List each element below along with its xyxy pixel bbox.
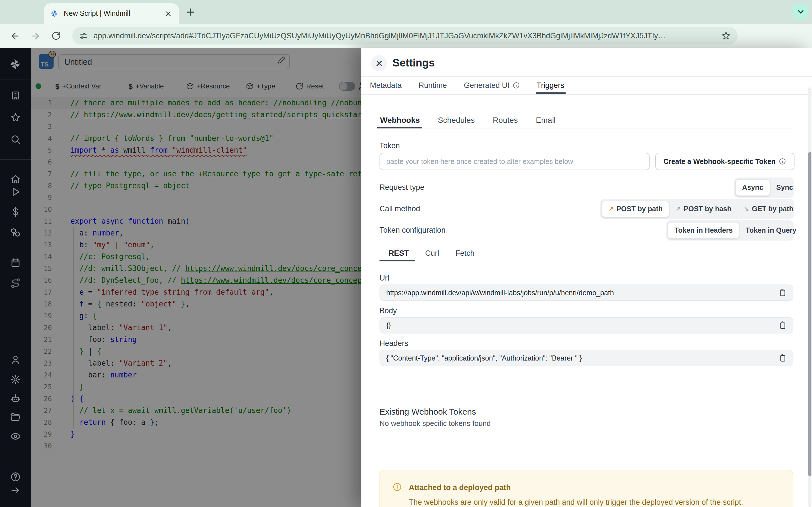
search-icon[interactable]	[10, 134, 21, 145]
code-line[interactable]: 28 return { foo: a };	[31, 416, 361, 428]
code-line[interactable]: 21 foo: string	[31, 334, 361, 345]
copy-clipboard-icon[interactable]	[778, 354, 786, 362]
folders-icon[interactable]	[10, 412, 21, 422]
token-in-headers[interactable]: Token in Headers	[668, 222, 740, 239]
call-method-get-by-path[interactable]: ↘ GET by path	[738, 201, 800, 217]
code-line[interactable]: 1// there are multiple modes to add as h…	[31, 97, 361, 109]
routes-icon[interactable]	[10, 278, 21, 288]
url-bar[interactable]: app.windmill.dev/scripts/add#JTdCJTIyaGF…	[72, 27, 738, 45]
code-line[interactable]: 24 bar: number	[31, 369, 361, 381]
code-line[interactable]: 4// import { toWords } from "number-to-w…	[31, 132, 361, 144]
code-line[interactable]: 16 //d: DynSelect_foo, // https://www.wi…	[31, 274, 361, 286]
bookmark-star-icon[interactable]	[721, 31, 731, 41]
code-line[interactable]: 18 f = { nested: "object" },	[31, 298, 361, 310]
token-in-query[interactable]: Token in Query	[740, 223, 803, 238]
code-line[interactable]: 30	[31, 440, 361, 452]
tab-fetch[interactable]: Fetch	[456, 249, 475, 257]
code-text: e = "inferred type string from default a…	[52, 288, 273, 296]
code-line[interactable]: 7// fill the type, or use the +Resource …	[31, 168, 361, 180]
tab-triggers[interactable]: Triggers	[537, 76, 564, 94]
code-line[interactable]: 5import * as wmill from "windmill-client…	[31, 144, 361, 156]
code-line[interactable]: 22 } | {	[31, 345, 361, 357]
call-method-toggle: ↗ POST by path ↗ POST by hash ↘ GET by p…	[600, 199, 794, 219]
forward-button[interactable]	[27, 27, 44, 44]
new-tab-button[interactable]	[183, 5, 197, 18]
code-line[interactable]: 27 // let x = await wmill.getVariable('u…	[31, 404, 361, 416]
resources-boxes-icon[interactable]	[10, 227, 21, 238]
call-method-post-by-hash[interactable]: ↗ POST by hash	[669, 201, 738, 217]
window-chevron-button[interactable]	[793, 4, 808, 19]
help-icon[interactable]	[10, 471, 21, 482]
favorites-star-icon[interactable]	[10, 112, 21, 123]
runs-play-icon[interactable]	[10, 186, 21, 197]
call-method-post-by-path[interactable]: ↗ POST by path	[602, 201, 669, 217]
tab-curl[interactable]: Curl	[425, 249, 439, 257]
browser-tab[interactable]: New Script | Windmill	[44, 3, 179, 24]
code-line[interactable]: 9	[31, 191, 361, 203]
code-line[interactable]: 13 b: "my" | "enum",	[31, 239, 361, 251]
subtab-routes[interactable]: Routes	[493, 112, 518, 128]
subtab-schedules[interactable]: Schedules	[438, 112, 475, 128]
code-line[interactable]: 17 e = "inferred type string from defaul…	[31, 286, 361, 298]
code-line[interactable]: 8// type Postgresql = object	[31, 180, 361, 191]
add-resource-button[interactable]: +Resource	[186, 79, 230, 94]
tab-generated-ui[interactable]: Generated UI	[464, 76, 520, 94]
tab-metadata[interactable]: Metadata	[370, 76, 402, 94]
site-settings-icon[interactable]	[79, 31, 88, 40]
tab-close-icon[interactable]	[163, 8, 173, 18]
windmill-logo[interactable]	[9, 58, 21, 70]
script-summary-input[interactable]: Untitled	[58, 54, 290, 69]
workspace-building-icon[interactable]	[10, 90, 21, 101]
edit-pencil-icon[interactable]	[277, 56, 286, 64]
code-line[interactable]: 14 //c: Postgresql,	[31, 251, 361, 263]
code-line[interactable]: 23 label: "Variant 2",	[31, 357, 361, 369]
code-line[interactable]: 12 a: number,	[31, 227, 361, 239]
tab-rest[interactable]: REST	[389, 249, 409, 257]
copy-clipboard-icon[interactable]	[778, 321, 786, 330]
code-area[interactable]: 1// there are multiple modes to add as h…	[31, 97, 361, 452]
code-line[interactable]: 2// https://www.windmill.dev/docs/gettin…	[31, 109, 361, 121]
code-line[interactable]: 26) {	[31, 393, 361, 404]
schedules-calendar-icon[interactable]	[10, 258, 21, 268]
audit-eye-icon[interactable]	[10, 431, 21, 442]
webhook-headers-field[interactable]: { "Content-Type": "application/json", "A…	[379, 350, 794, 366]
code-line[interactable]: 10	[31, 203, 361, 215]
url-text[interactable]: app.windmill.dev/scripts/add#JTdCJTIyaGF…	[94, 32, 721, 40]
panel-scrollbar-thumb[interactable]	[808, 152, 811, 476]
code-text: // there are multiple modes to add as he…	[52, 99, 361, 107]
reset-button[interactable]: Reset	[296, 79, 324, 94]
tab-runtime[interactable]: Runtime	[419, 76, 447, 94]
expand-sidebar-arrow-icon[interactable]	[10, 485, 21, 496]
create-webhook-token-button[interactable]: Create a Webhook-specific Token	[655, 153, 795, 170]
code-text: // https://www.windmill.dev/docs/getting…	[52, 110, 361, 119]
webhook-body-field[interactable]: {}	[379, 317, 794, 334]
copy-clipboard-icon[interactable]	[778, 288, 786, 297]
back-button[interactable]	[7, 27, 24, 44]
close-settings-button[interactable]	[371, 55, 387, 71]
users-icon[interactable]	[10, 354, 21, 365]
request-type-sync[interactable]: Sync	[770, 180, 799, 195]
code-line[interactable]: 11export async function main(	[31, 215, 361, 227]
token-input[interactable]: paste your token here once created to al…	[379, 153, 650, 170]
variables-dollar-icon[interactable]	[10, 207, 21, 217]
code-line[interactable]: 20 label: "Variant 1",	[31, 322, 361, 334]
ai-robot-icon[interactable]	[10, 393, 21, 404]
settings-gear-icon[interactable]	[10, 374, 21, 385]
code-line[interactable]: 19 g: {	[31, 310, 361, 322]
code-line[interactable]: 25 }	[31, 381, 361, 393]
add-context-var-button[interactable]: $ +Context Var	[55, 79, 101, 94]
code-line[interactable]: 3	[31, 121, 361, 132]
subtab-webhooks[interactable]: Webhooks	[380, 112, 420, 128]
add-type-button[interactable]: +Type	[246, 79, 275, 94]
add-variable-button[interactable]: $ +Variable	[129, 79, 164, 94]
code-line[interactable]: 29}	[31, 428, 361, 440]
request-type-async[interactable]: Async	[735, 179, 770, 196]
reload-button[interactable]	[47, 27, 64, 44]
code-line[interactable]: 6	[31, 156, 361, 168]
subtab-email[interactable]: Email	[536, 112, 556, 128]
assistant-toggle[interactable]	[339, 82, 355, 91]
code-line[interactable]: 15 //d: wmill.S3Object, // https://www.w…	[31, 263, 361, 274]
home-icon[interactable]	[10, 174, 21, 185]
create-webhook-token-label: Create a Webhook-specific Token	[663, 158, 776, 165]
webhook-url-field[interactable]: https://app.windmill.dev/api/w/windmill-…	[379, 284, 794, 301]
